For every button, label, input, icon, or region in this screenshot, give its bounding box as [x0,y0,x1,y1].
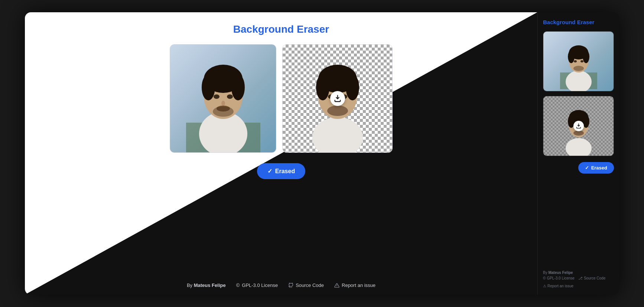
source-label: Source Code [296,282,324,288]
original-image-card [170,44,276,153]
right-author-name: Mateus Felipe [548,271,573,275]
svg-point-31 [574,60,577,62]
svg-point-11 [213,106,234,117]
svg-point-30 [583,50,589,63]
mini-person-original [560,35,597,91]
main-panel: Background Eraser [25,12,537,295]
mini-erased-label: Erased [591,165,607,171]
git-icon [288,283,293,288]
mini-download-cursor [573,121,584,131]
footer-by-label: By Mateus Felipe [187,282,226,288]
svg-point-7 [214,94,219,99]
right-license: © GPL-3.0 License [543,276,575,280]
right-report-icon: ⚠ [543,284,546,288]
footer-report[interactable]: Report an issue [334,282,375,288]
main-content: Background Eraser [25,12,537,295]
app-title: Background Eraser [233,23,329,35]
right-footer-links: © GPL-3.0 License ⎇ Source Code ⚠ Report… [543,276,614,288]
svg-point-9 [221,101,225,106]
svg-point-33 [573,66,584,71]
svg-point-16 [316,74,329,100]
svg-point-29 [568,50,575,63]
checkmark-icon: ✓ [267,168,272,175]
svg-point-32 [580,60,583,62]
mini-erased-card [543,96,614,156]
right-source-label: Source Code [584,276,605,280]
svg-point-21 [327,106,348,116]
svg-point-6 [231,74,245,100]
person-silhouette-original [186,48,260,152]
mini-checkmark: ✓ [585,165,589,171]
report-label: Report an issue [342,282,375,288]
mini-original-card [543,31,614,91]
mini-erased-image [543,96,614,156]
svg-point-8 [227,94,233,99]
app-window: Background Eraser [25,12,619,295]
download-cursor-icon [330,91,345,106]
right-panel-footer: By Mateus Felipe © GPL-3.0 License ⎇ Sou… [543,271,614,288]
right-panel-title: Background Eraser [543,19,614,25]
erased-image [283,45,392,152]
footer-author: By Mateus Felipe [187,282,226,288]
mini-original-image [543,32,614,91]
svg-point-17 [346,74,359,100]
right-git-icon: ⎇ [578,276,583,280]
right-footer-author: By Mateus Felipe [543,271,614,275]
report-icon [334,283,339,288]
right-source[interactable]: ⎇ Source Code [578,276,605,280]
footer: By Mateus Felipe © GPL-3.0 License Sourc… [25,282,537,288]
right-license-icon: © [543,276,546,280]
footer-source[interactable]: Source Code [288,282,324,288]
original-image [170,45,276,152]
svg-point-5 [202,74,215,100]
right-report-label: Report an issue [547,284,573,288]
erased-button-label: Erased [275,168,295,175]
erased-image-card[interactable] [282,44,393,153]
images-row [170,44,393,153]
svg-point-12 [312,117,363,152]
svg-point-42 [573,130,584,136]
svg-point-34 [566,138,592,156]
mini-erased-button[interactable]: ✓ Erased [578,162,614,174]
right-report[interactable]: ⚠ Report an issue [543,284,573,288]
license-label: GPL-3.0 License [242,282,278,288]
right-panel: Background Eraser [537,12,619,295]
footer-license[interactable]: © GPL-3.0 License [236,282,278,288]
license-icon: © [236,282,240,288]
right-license-label: GPL-3.0 License [547,276,575,280]
erased-button[interactable]: ✓ Erased [257,163,305,179]
